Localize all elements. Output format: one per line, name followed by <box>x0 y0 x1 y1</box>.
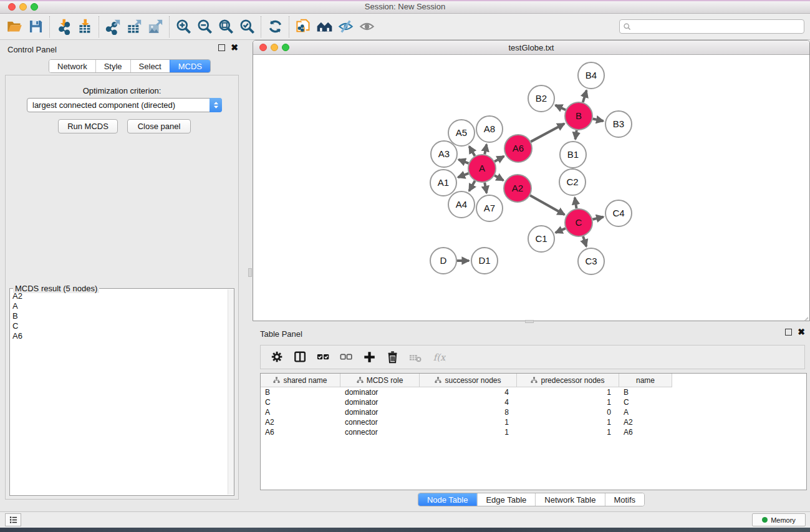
tab-network-table[interactable]: Network Table <box>535 493 604 506</box>
table-cell[interactable]: A6 <box>261 427 340 437</box>
edge-A-A7[interactable] <box>485 183 486 193</box>
table-cell[interactable]: dominator <box>340 407 420 417</box>
graph-node-A2[interactable]: A2 <box>504 175 531 202</box>
table-row[interactable]: Adominator80A <box>261 407 806 417</box>
table-cell[interactable]: B <box>261 387 340 397</box>
gear-icon[interactable] <box>267 348 287 367</box>
graph-node-C1[interactable]: C1 <box>528 226 554 252</box>
zoom-fit-icon[interactable] <box>215 17 236 37</box>
table-row[interactable]: A6connector11A6 <box>261 427 806 437</box>
tab-node-table[interactable]: Node Table <box>418 493 477 506</box>
graph-node-C4[interactable]: C4 <box>605 200 632 226</box>
tab-mcds[interactable]: MCDS <box>170 60 210 72</box>
search-input[interactable] <box>632 20 804 33</box>
edge-A-A1[interactable] <box>458 173 468 177</box>
graph-node-B3[interactable]: B3 <box>605 111 632 137</box>
close-panel-icon[interactable]: ✖ <box>231 44 238 51</box>
table-cell[interactable]: 8 <box>420 407 517 417</box>
graph-node-C[interactable]: C <box>565 209 592 236</box>
search-field[interactable] <box>619 19 804 34</box>
result-list-item[interactable]: A2 <box>11 291 227 301</box>
close-panel-button[interactable]: Close panel <box>127 119 191 133</box>
result-list-item[interactable]: C <box>11 321 227 331</box>
table-cell[interactable]: A <box>261 407 340 417</box>
export-table-icon[interactable] <box>123 17 145 37</box>
tab-select[interactable]: Select <box>130 60 170 72</box>
table-cell[interactable]: connector <box>340 417 420 427</box>
graph-node-A1[interactable]: A1 <box>430 170 456 196</box>
vertical-splitter-handle[interactable] <box>248 268 252 277</box>
edge-B-B4[interactable] <box>583 90 587 102</box>
zoom-in-icon[interactable] <box>173 17 194 37</box>
edge-C-C2[interactable] <box>575 198 577 209</box>
table-cell[interactable]: 1 <box>420 427 517 437</box>
graph-node-A3[interactable]: A3 <box>431 141 457 167</box>
table-cell[interactable]: B <box>619 387 672 397</box>
result-list-item[interactable]: A6 <box>11 331 227 341</box>
table-cell[interactable]: C <box>261 397 340 407</box>
column-header-shared-name[interactable]: shared name <box>261 374 340 387</box>
trash-icon[interactable] <box>382 348 403 367</box>
eye-icon[interactable] <box>356 17 377 37</box>
grid-remove-icon[interactable] <box>405 348 426 367</box>
table-cell[interactable]: C <box>619 397 672 407</box>
graph-node-A8[interactable]: A8 <box>476 116 503 142</box>
result-list-scrollbar[interactable] <box>228 289 234 495</box>
table-cell[interactable]: dominator <box>340 387 420 397</box>
import-table-icon[interactable] <box>74 17 95 37</box>
close-table-panel-icon[interactable]: ✖ <box>798 329 805 336</box>
table-cell[interactable]: A2 <box>261 417 340 427</box>
graph-node-A[interactable]: A <box>468 155 496 182</box>
column-header-successor-nodes[interactable]: successor nodes <box>420 374 517 387</box>
refresh-icon[interactable] <box>264 17 286 37</box>
float-table-panel-icon[interactable] <box>785 329 792 336</box>
hide-eye-icon[interactable] <box>335 17 356 37</box>
columns-icon[interactable] <box>290 348 311 367</box>
criterion-dropdown[interactable]: largest connected component (directed) <box>27 98 222 112</box>
export-network-icon[interactable] <box>102 17 123 37</box>
zoom-out-icon[interactable] <box>194 17 215 37</box>
graph-node-B4[interactable]: B4 <box>578 62 604 89</box>
table-cell[interactable]: 1 <box>517 427 619 437</box>
result-list-item[interactable]: B <box>11 311 227 321</box>
graph-node-A4[interactable]: A4 <box>448 191 475 218</box>
graph-node-A7[interactable]: A7 <box>476 195 503 221</box>
result-list-item[interactable]: A <box>11 301 227 311</box>
zoom-selected-icon[interactable] <box>236 17 258 37</box>
window-resize-grip[interactable] <box>803 314 809 320</box>
run-mcds-button[interactable]: Run MCDS <box>58 119 118 133</box>
edge-A-A8[interactable] <box>485 145 486 155</box>
edge-A-A2[interactable] <box>494 175 503 180</box>
network-window-titlebar[interactable]: testGlobe.txt <box>253 41 809 55</box>
table-row[interactable]: A2connector11A2 <box>261 417 806 427</box>
graph-node-A6[interactable]: A6 <box>504 135 532 162</box>
graph-node-B1[interactable]: B1 <box>560 142 586 168</box>
graph-node-C3[interactable]: C3 <box>578 248 604 274</box>
edge-B-B3[interactable] <box>593 119 604 121</box>
tab-motifs[interactable]: Motifs <box>604 493 644 506</box>
table-cell[interactable]: 0 <box>517 407 619 417</box>
memory-button[interactable]: Memory <box>752 513 806 526</box>
show-panels-button[interactable] <box>5 513 21 526</box>
graph-node-A5[interactable]: A5 <box>448 120 475 146</box>
home-icon[interactable] <box>314 17 335 37</box>
save-icon[interactable] <box>25 17 46 37</box>
column-header-name[interactable]: name <box>619 374 672 387</box>
open-folder-icon[interactable] <box>4 17 25 37</box>
clone-network-icon[interactable] <box>292 17 314 37</box>
tab-network[interactable]: Network <box>49 60 95 72</box>
table-cell[interactable]: A2 <box>619 417 672 427</box>
table-cell[interactable]: 1 <box>517 417 619 427</box>
tab-edge-table[interactable]: Edge Table <box>476 493 535 506</box>
node-table[interactable]: shared nameMCDS rolesuccessor nodesprede… <box>260 373 807 490</box>
graph-node-D[interactable]: D <box>430 248 456 274</box>
edge-C-C4[interactable] <box>592 217 603 220</box>
table-cell[interactable]: 1 <box>517 397 619 407</box>
edge-A-A6[interactable] <box>494 157 504 162</box>
horizontal-splitter-handle[interactable] <box>525 320 534 323</box>
table-cell[interactable]: 1 <box>517 387 619 397</box>
tab-style[interactable]: Style <box>95 60 130 72</box>
edge-B-B2[interactable] <box>556 105 566 110</box>
graph-node-C2[interactable]: C2 <box>559 169 586 195</box>
table-cell[interactable]: A6 <box>619 427 672 437</box>
